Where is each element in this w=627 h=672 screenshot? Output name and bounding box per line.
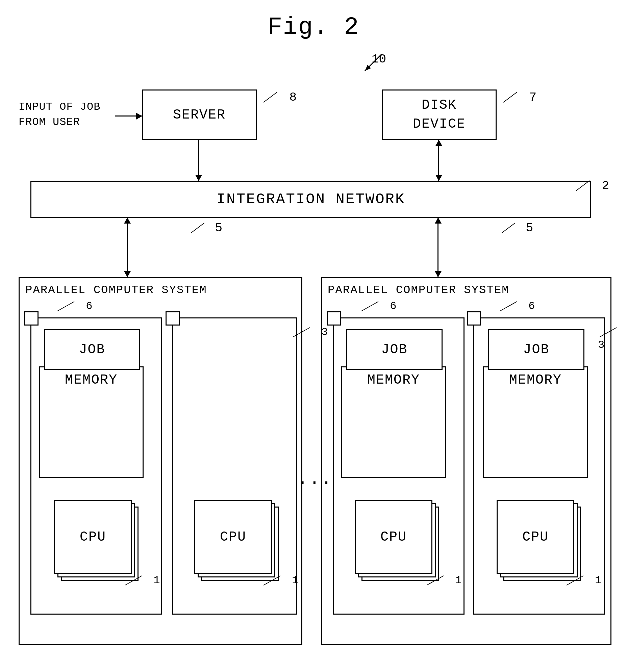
memory-box-left-1: MEMORY bbox=[39, 366, 144, 478]
svg-line-2 bbox=[263, 92, 277, 102]
ref-1-ll: 1 bbox=[123, 574, 160, 587]
job-box-rr: JOB bbox=[488, 329, 584, 370]
ref-1-rr: 1 bbox=[565, 574, 601, 587]
arrow-right-pcs bbox=[438, 218, 439, 277]
ref-1-lr: 1 bbox=[262, 574, 298, 587]
arrow-disk-to-network bbox=[438, 140, 439, 181]
arrow-left-pcs bbox=[127, 218, 128, 277]
connector-sq-ll bbox=[24, 311, 39, 326]
ref-8: 8 bbox=[262, 91, 297, 104]
svg-line-10 bbox=[293, 328, 310, 337]
ref-10: 10 bbox=[372, 52, 386, 66]
svg-line-9 bbox=[263, 576, 280, 585]
svg-line-7 bbox=[57, 302, 74, 311]
job-box-left-1: JOB bbox=[44, 329, 140, 370]
connector-sq-rr bbox=[467, 311, 481, 326]
arrow-server-to-network bbox=[198, 140, 199, 181]
ref-8-arrow bbox=[262, 91, 282, 104]
ref-5-right: 5 bbox=[500, 221, 533, 235]
job-box-rl: JOB bbox=[346, 329, 443, 370]
connector-sq-lr bbox=[165, 311, 180, 326]
svg-line-8 bbox=[125, 576, 142, 585]
svg-line-13 bbox=[500, 302, 517, 311]
ref-7: 7 bbox=[502, 91, 536, 104]
pcs-left-label: PARALLEL COMPUTER SYSTEM bbox=[25, 284, 207, 296]
ref-5-left: 5 bbox=[189, 221, 222, 235]
arrow-input-server bbox=[115, 116, 142, 117]
ref-6-ll: 6 bbox=[56, 300, 92, 313]
memory-box-rr: MEMORY bbox=[483, 366, 588, 478]
diagram: Fig. 2 10 INPUT OF JOB FROM USER SERVER … bbox=[0, 0, 627, 672]
ref-6-rr: 6 bbox=[498, 300, 535, 313]
disk-device-box: DISK DEVICE bbox=[382, 90, 496, 140]
ref-1-rl: 1 bbox=[425, 574, 462, 587]
pcs-right-label: PARALLEL COMPUTER SYSTEM bbox=[328, 284, 509, 296]
svg-line-3 bbox=[503, 92, 517, 102]
svg-line-12 bbox=[427, 576, 444, 585]
connector-sq-rl bbox=[327, 311, 341, 326]
svg-line-14 bbox=[566, 576, 583, 585]
figure-title: Fig. 2 bbox=[268, 14, 359, 41]
svg-line-5 bbox=[191, 223, 204, 233]
svg-line-6 bbox=[502, 223, 515, 233]
ellipsis: ... bbox=[297, 470, 333, 489]
server-box: SERVER bbox=[142, 90, 257, 140]
svg-line-11 bbox=[362, 302, 378, 311]
memory-box-rl: MEMORY bbox=[341, 366, 446, 478]
ref-3-r: 3 bbox=[598, 326, 627, 351]
svg-line-15 bbox=[600, 328, 617, 337]
ref-6-rl: 6 bbox=[360, 300, 396, 313]
input-label: INPUT OF JOB FROM USER bbox=[19, 100, 100, 130]
integration-network-box: INTEGRATION NETWORK bbox=[30, 181, 591, 218]
ref-3-l: 3 bbox=[291, 326, 328, 339]
